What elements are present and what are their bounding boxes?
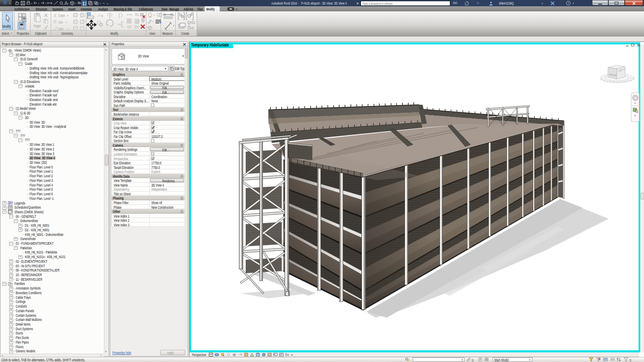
svg-text:?: ? <box>568 2 569 5</box>
